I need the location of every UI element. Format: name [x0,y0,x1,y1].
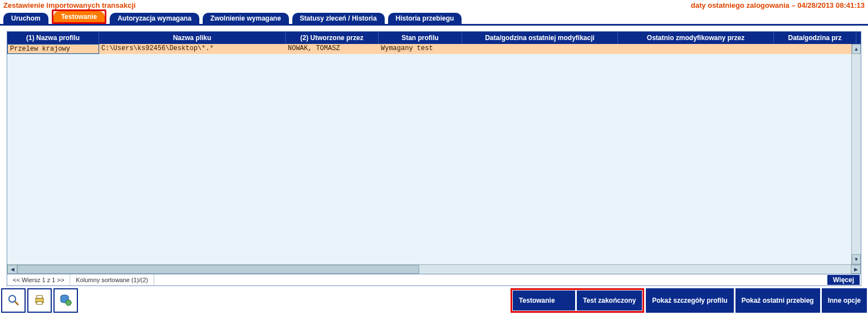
test-zakonczony-button[interactable]: Test zakończony [577,290,642,311]
scroll-right-icon[interactable]: ▶ [851,265,861,274]
tab-autoryzacja[interactable]: Autoryzacja wymagana [110,13,199,24]
cell-stan-profilu: Wymagany test [379,44,462,54]
testowanie-button[interactable]: Testowanie [513,290,575,311]
cell-nazwa-profilu: Przelew krajowy [7,44,99,54]
row-counter: << Wiersz 1 z 1 >> [7,274,70,285]
more-button[interactable]: Więcej [827,275,860,285]
svg-point-0 [9,295,16,302]
hscroll-track[interactable] [419,265,851,274]
col-nazwa-pliku[interactable]: Nazwa pliku [99,32,286,44]
tab-testowanie-highlight: Testowanie [52,9,106,24]
sort-info: Kolumny sortowane (1)/(2) [70,274,154,285]
tab-testowanie[interactable]: Testowanie [53,11,105,22]
col-zmod-przez[interactable]: Ostatnio zmodyfikowany przez [618,32,774,44]
action-highlight: Testowanie Test zakończony [511,288,644,313]
svg-rect-4 [37,302,42,304]
tab-zwolnienie[interactable]: Zwolnienie wymagane [203,13,289,24]
pokaz-szczegoly-button[interactable]: Pokaż szczegóły profilu [646,288,733,313]
horizontal-scrollbar[interactable]: ◀ ▶ [7,264,861,274]
grid-header: (1) Nazwa profilu Nazwa pliku (2) Utworz… [7,32,861,44]
svg-rect-3 [37,295,42,298]
scroll-down-icon[interactable]: ▼ [852,254,861,264]
magnifier-icon [7,293,20,308]
last-login-info: daty ostatniego zalogowania – 04/28/2013… [691,1,865,9]
pokaz-ostatni-button[interactable]: Pokaż ostatni przebieg [735,288,820,313]
tab-uruchom[interactable]: Uruchom [3,13,48,24]
database-globe-icon [59,293,72,308]
scroll-up-icon[interactable]: ▲ [852,44,861,54]
col-nazwa-profilu[interactable]: (1) Nazwa profilu [7,32,99,44]
cell-utworzone-przez: NOWAK, TOMASZ [286,44,379,54]
bottom-toolbar: Testowanie Test zakończony Pokaż szczegó… [1,288,867,313]
inne-opcje-button[interactable]: Inne opcje [822,288,867,313]
database-button[interactable] [53,288,78,313]
page-title: Zestawienie importowanych transakcji [3,1,136,9]
col-stan-profilu[interactable]: Stan profilu [379,32,462,44]
cell-nazwa-pliku: C:\Users\ks92456\Desktop\*.* [99,44,286,54]
status-bar: << Wiersz 1 z 1 >> Kolumny sortowane (1)… [7,274,861,286]
table-row[interactable]: Przelew krajowy C:\Users\ks92456\Desktop… [7,44,861,54]
cell-data-mod [462,44,618,54]
cell-zmod-przez [618,44,774,54]
svg-line-1 [15,302,18,305]
tab-statusy[interactable]: Statusy zleceń / Historia [292,13,385,24]
search-button[interactable] [1,288,26,313]
data-grid: (1) Nazwa profilu Nazwa pliku (2) Utworz… [7,31,861,274]
print-button[interactable] [27,288,52,313]
col-data-mod[interactable]: Data/godzina ostatniej modyfikacji [462,32,618,44]
cell-data-prz [774,44,856,54]
printer-icon [33,293,46,308]
vscroll-track[interactable] [852,54,861,254]
tab-historia[interactable]: Historia przebiegu [388,13,462,24]
col-data-prz[interactable]: Data/godzina prz [774,32,856,44]
scroll-left-icon[interactable]: ◀ [7,265,17,274]
col-utworzone-przez[interactable]: (2) Utworzone przez [286,32,379,44]
svg-point-6 [66,300,71,306]
vertical-scrollbar[interactable]: ▲ ▼ [851,44,861,264]
grid-body: Przelew krajowy C:\Users\ks92456\Desktop… [7,44,861,264]
hscroll-thumb[interactable] [17,265,419,274]
tab-strip: Uruchom Testowanie Autoryzacja wymagana … [0,11,868,26]
